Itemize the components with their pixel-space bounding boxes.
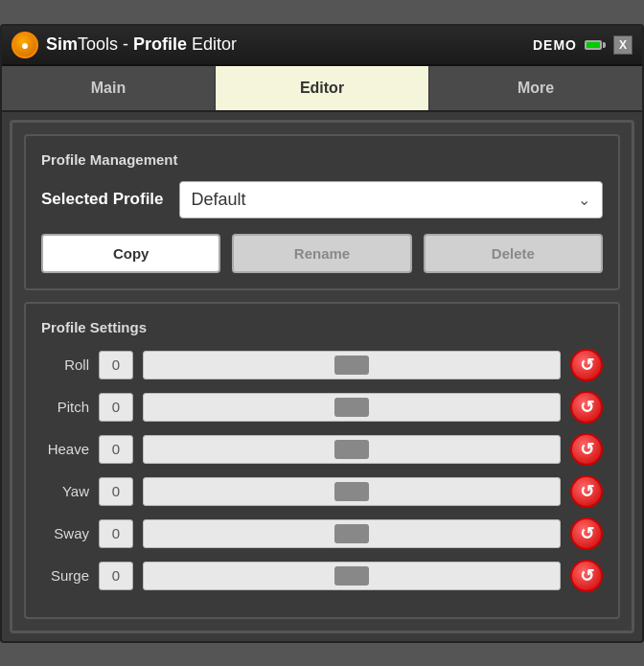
- reset-button-roll[interactable]: [570, 349, 603, 381]
- reset-button-pitch[interactable]: [570, 391, 603, 424]
- slider-thumb-surge: [334, 566, 369, 586]
- action-buttons: Copy Rename Delete: [41, 234, 603, 273]
- slider-track-yaw[interactable]: [143, 477, 561, 506]
- profile-management-section: Profile Management Selected Profile Defa…: [24, 134, 620, 290]
- rename-button[interactable]: Rename: [232, 234, 411, 273]
- battery-body: [585, 40, 602, 50]
- selected-profile-label: Selected Profile: [41, 190, 164, 209]
- slider-label-roll: Roll: [41, 356, 89, 373]
- slider-track-roll[interactable]: [143, 351, 561, 379]
- slider-thumb-yaw: [334, 482, 369, 501]
- slider-label-surge: Surge: [41, 567, 89, 584]
- slider-label-pitch: Pitch: [41, 399, 89, 415]
- slider-thumb-roll: [334, 356, 369, 375]
- slider-value-roll: 0: [99, 351, 133, 379]
- app-icon: ●: [12, 32, 38, 58]
- reset-button-sway[interactable]: [570, 517, 603, 550]
- main-window: ● SimTools - Profile Editor DEMO X Main …: [0, 24, 644, 643]
- reset-button-heave[interactable]: [570, 433, 603, 466]
- slider-thumb-pitch: [334, 398, 369, 417]
- reset-button-surge[interactable]: [570, 560, 603, 592]
- slider-row-pitch: Pitch 0: [41, 391, 603, 424]
- slider-label-yaw: Yaw: [41, 483, 89, 499]
- slider-row-surge: Surge 0: [41, 560, 603, 592]
- profile-dropdown-value: Default: [192, 190, 246, 210]
- slider-track-sway[interactable]: [143, 519, 561, 548]
- slider-value-sway: 0: [99, 519, 133, 548]
- slider-value-yaw: 0: [99, 477, 133, 506]
- delete-button[interactable]: Delete: [424, 234, 603, 273]
- slider-value-heave: 0: [99, 435, 133, 464]
- slider-row-sway: Sway 0: [41, 517, 603, 550]
- reset-button-yaw[interactable]: [570, 475, 603, 508]
- slider-label-heave: Heave: [41, 441, 89, 457]
- sliders-container: Roll 0 Pitch 0 Heave 0 Yaw 0: [41, 349, 603, 592]
- tab-more[interactable]: More: [429, 66, 642, 110]
- title-bar: ● SimTools - Profile Editor DEMO X: [2, 26, 642, 66]
- window-title: SimTools - Profile Editor: [46, 34, 237, 55]
- title-bar-right: DEMO X: [533, 35, 632, 55]
- close-button[interactable]: X: [613, 35, 632, 55]
- slider-track-heave[interactable]: [143, 435, 561, 464]
- slider-row-roll: Roll 0: [41, 349, 603, 381]
- demo-badge: DEMO: [533, 37, 577, 53]
- slider-value-pitch: 0: [99, 393, 133, 422]
- title-bar-left: ● SimTools - Profile Editor: [12, 32, 237, 58]
- chevron-down-icon: ⌄: [578, 191, 590, 209]
- tab-bar: Main Editor More: [2, 66, 642, 112]
- tab-editor[interactable]: Editor: [216, 66, 429, 110]
- content-area: Profile Management Selected Profile Defa…: [10, 120, 634, 633]
- slider-track-surge[interactable]: [143, 562, 561, 590]
- copy-button[interactable]: Copy: [41, 234, 220, 273]
- slider-track-pitch[interactable]: [143, 393, 561, 422]
- profile-dropdown[interactable]: Default ⌄: [179, 181, 603, 218]
- slider-value-surge: 0: [99, 562, 133, 590]
- profile-management-header: Profile Management: [41, 151, 603, 168]
- tab-main[interactable]: Main: [2, 66, 216, 110]
- profile-settings-section: Profile Settings Roll 0 Pitch 0 Heave 0: [24, 302, 620, 619]
- battery-icon: [585, 40, 606, 50]
- profile-settings-header: Profile Settings: [41, 319, 603, 335]
- selected-profile-row: Selected Profile Default ⌄: [41, 181, 603, 218]
- battery-tip: [603, 42, 606, 48]
- slider-row-heave: Heave 0: [41, 433, 603, 466]
- slider-row-yaw: Yaw 0: [41, 475, 603, 508]
- slider-label-sway: Sway: [41, 525, 89, 541]
- slider-thumb-sway: [334, 524, 369, 543]
- slider-thumb-heave: [334, 440, 369, 459]
